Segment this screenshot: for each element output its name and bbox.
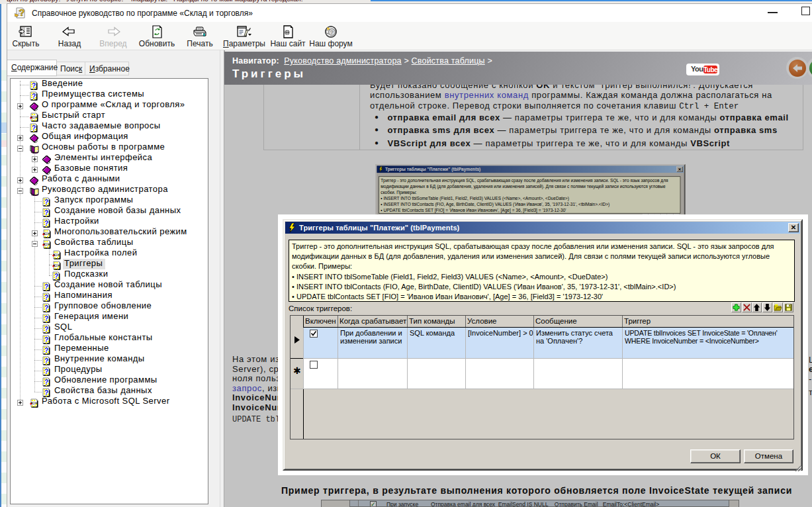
svg-text:?: ? xyxy=(44,199,48,206)
svg-text:?: ? xyxy=(44,220,48,227)
svg-text:?: ? xyxy=(32,93,36,100)
svg-text:?: ? xyxy=(44,336,48,344)
svg-text:?: ? xyxy=(44,315,48,322)
svg-text:?: ? xyxy=(19,7,25,18)
svg-text:?: ? xyxy=(44,347,48,354)
svg-text:?: ? xyxy=(54,273,58,280)
svg-text:?: ? xyxy=(32,124,36,132)
svg-text:?: ? xyxy=(32,82,36,89)
svg-text:?: ? xyxy=(44,357,48,365)
svg-text:?: ? xyxy=(44,389,48,396)
svg-text:?: ? xyxy=(44,304,48,312)
svg-text:?: ? xyxy=(330,28,334,36)
svg-text:?: ? xyxy=(44,283,48,291)
svg-text:?: ? xyxy=(44,209,48,216)
svg-text:?: ? xyxy=(44,294,48,301)
svg-text:?: ? xyxy=(44,368,48,375)
svg-text:?: ? xyxy=(44,379,48,386)
svg-text:?: ? xyxy=(44,326,48,333)
